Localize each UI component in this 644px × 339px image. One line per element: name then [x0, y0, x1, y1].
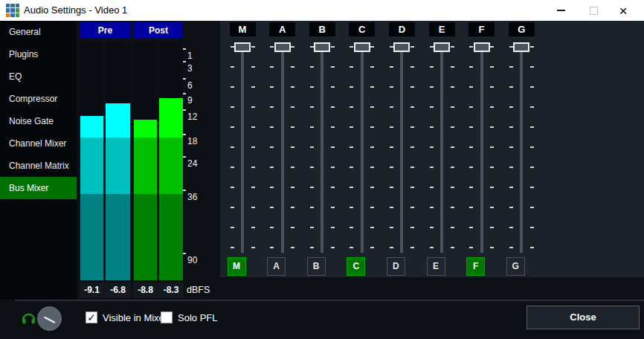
close-window-button[interactable]: ×	[608, 0, 638, 21]
fader-tick	[410, 146, 414, 148]
close-button[interactable]: Close	[527, 306, 640, 329]
fader-track-d[interactable]	[400, 43, 403, 253]
fader-tick	[251, 46, 255, 48]
fader-tick	[430, 86, 434, 88]
sidebar-item-channel-mixer[interactable]: Channel Mixer	[0, 132, 77, 155]
checkbox-solo-pfl[interactable]	[161, 311, 173, 323]
fader-track-e[interactable]	[440, 43, 443, 253]
fader-track-m[interactable]	[241, 43, 244, 253]
fader-tick	[350, 227, 353, 228]
fader-handle-e[interactable]	[434, 42, 450, 52]
meter-scale-label: 90	[187, 255, 197, 265]
fader-handle-a[interactable]	[274, 42, 291, 52]
dbfs-unit-label: dBFS	[187, 285, 210, 295]
fader-tick	[370, 207, 374, 208]
fader-tick	[410, 86, 414, 88]
fader-tick	[350, 187, 353, 188]
fader-tick	[469, 167, 473, 168]
bus-button-d[interactable]: D	[387, 257, 405, 276]
sidebar-item-general[interactable]: General	[0, 21, 77, 43]
fader-tick	[410, 106, 414, 108]
fader-tick	[231, 146, 234, 148]
bus-button-a[interactable]: A	[267, 257, 286, 276]
bus-button-g[interactable]: G	[506, 257, 525, 276]
sidebar-item-channel-matrix[interactable]: Channel Matrix	[0, 155, 77, 177]
fader-tick	[251, 167, 255, 168]
fader-tick	[490, 187, 494, 188]
fader-track-c[interactable]	[361, 43, 364, 253]
fader-handle-b[interactable]	[314, 42, 330, 52]
meter-scale-label: 6	[187, 80, 193, 91]
fader-tick	[291, 167, 294, 168]
sidebar-item-bus-mixer[interactable]: Bus Mixer	[0, 177, 77, 199]
checkbox-solo-pfl-label: Solo PFL	[178, 312, 217, 323]
headphones-icon	[21, 310, 36, 326]
fader-handle-c[interactable]	[354, 42, 370, 52]
fader-handle-f[interactable]	[474, 42, 490, 52]
fader-tick	[469, 187, 473, 188]
fader-tick	[310, 126, 314, 128]
scale-tick-mark	[183, 61, 186, 62]
sidebar-item-plugins[interactable]: Plugins	[0, 43, 77, 65]
fader-tick	[291, 46, 294, 48]
fader-tick	[310, 106, 314, 108]
fader-tick	[291, 106, 294, 108]
fader-tick	[390, 86, 393, 88]
fader-tick	[451, 106, 454, 108]
fader-tick	[509, 86, 513, 88]
fader-tick	[251, 66, 255, 68]
fader-track-a[interactable]	[281, 43, 284, 253]
fader-tick	[509, 66, 513, 68]
fader-tick	[410, 46, 414, 48]
fader-tick	[370, 66, 374, 68]
fader-handle-d[interactable]	[393, 42, 410, 52]
fader-tick	[410, 207, 414, 208]
fader-track-b[interactable]	[321, 43, 323, 253]
scale-tick-mark	[183, 78, 186, 80]
fader-tick	[251, 86, 255, 88]
fader-tick	[490, 247, 494, 248]
fader-handle-g[interactable]	[513, 42, 529, 52]
fader-tick	[370, 106, 374, 108]
meter-group-header-post: Post	[134, 22, 183, 39]
fader-tick	[430, 167, 434, 168]
fader-tick	[231, 167, 234, 168]
monitor-knob[interactable]	[37, 306, 62, 331]
fader-tick	[390, 187, 393, 188]
bus-button-m[interactable]: M	[228, 257, 246, 276]
fader-label-c: C	[349, 22, 375, 36]
fader-tick	[270, 126, 274, 128]
minimize-button[interactable]	[546, 0, 576, 21]
fader-tick	[430, 247, 434, 248]
checkbox-visible-in-mixer[interactable]: ✓	[86, 311, 97, 323]
meter-value: -8.3	[158, 282, 184, 297]
scale-tick-mark	[183, 109, 186, 111]
fader-tick	[390, 167, 393, 168]
fader-tick	[451, 86, 454, 88]
sidebar-item-noise-gate[interactable]: Noise Gate	[0, 110, 77, 132]
bus-button-e[interactable]: E	[427, 257, 445, 276]
sidebar-item-compressor[interactable]: Compressor	[0, 88, 77, 110]
bus-button-b[interactable]: B	[307, 257, 326, 276]
bus-button-f[interactable]: F	[466, 257, 485, 276]
fader-tick	[331, 146, 335, 148]
fader-tick	[469, 227, 473, 228]
fader-tick	[430, 66, 434, 68]
meter-value: -6.8	[105, 282, 131, 297]
fader-tick	[451, 187, 454, 188]
fader-track-f[interactable]	[480, 43, 483, 253]
bus-button-c[interactable]: C	[347, 257, 365, 276]
sidebar-item-eq[interactable]: EQ	[0, 65, 77, 88]
fader-tick	[390, 247, 393, 248]
fader-track-g[interactable]	[520, 43, 523, 253]
fader-label-m: M	[230, 22, 256, 36]
fader-tick	[490, 146, 494, 148]
fader-tick	[331, 187, 335, 188]
fader-tick	[231, 106, 234, 108]
meter-segment	[159, 194, 183, 280]
fader-handle-m[interactable]	[234, 42, 251, 52]
meter-scale-label: 9	[187, 95, 193, 106]
fader-tick	[410, 167, 414, 168]
maximize-button[interactable]	[579, 0, 608, 21]
fader-tick	[490, 46, 494, 48]
